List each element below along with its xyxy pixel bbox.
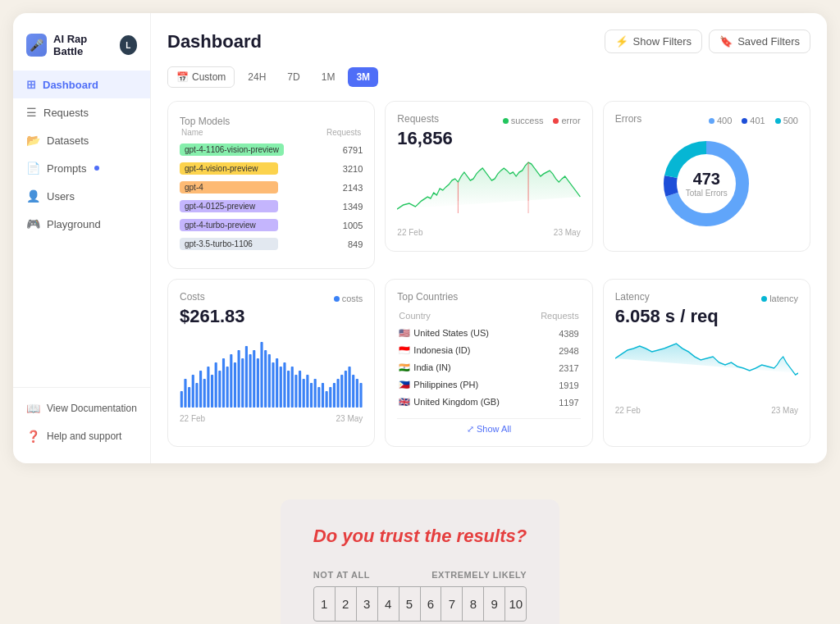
svg-rect-34 bbox=[291, 367, 294, 408]
svg-rect-32 bbox=[283, 362, 285, 408]
latency-chart bbox=[615, 334, 798, 399]
svg-rect-29 bbox=[272, 362, 274, 408]
trust-scale-number[interactable]: 1 bbox=[314, 587, 336, 621]
latency-legend: latency bbox=[761, 294, 798, 303]
requests-card: Requests success error 16,856 bbox=[385, 101, 592, 252]
svg-rect-42 bbox=[322, 383, 324, 408]
sidebar-item-docs[interactable]: 📖 View Documentation bbox=[13, 394, 150, 422]
country-row: 🇮🇳India (IN) 2317 bbox=[399, 360, 578, 376]
svg-rect-9 bbox=[195, 383, 198, 408]
latency-card-title: Latency bbox=[615, 291, 650, 303]
sidebar-item-playground[interactable]: 🎮 Playground bbox=[13, 210, 150, 238]
trust-scale-number[interactable]: 2 bbox=[336, 587, 357, 621]
costs-chart bbox=[180, 334, 363, 408]
trust-scale-number[interactable]: 7 bbox=[441, 587, 463, 621]
model-row: gpt-4-turbo-preview 1005 bbox=[180, 219, 363, 231]
svg-rect-12 bbox=[207, 367, 209, 408]
show-filters-label: Show Filters bbox=[633, 35, 692, 48]
time-filter-1m[interactable]: 1M bbox=[313, 67, 344, 87]
sidebar-item-users[interactable]: 👤 Users bbox=[13, 182, 150, 210]
prompts-icon: 📄 bbox=[26, 162, 40, 175]
latency-legend-item: latency bbox=[761, 294, 798, 303]
page-title: Dashboard bbox=[167, 31, 262, 52]
calendar-icon: 📅 bbox=[176, 71, 189, 83]
svg-rect-21 bbox=[241, 358, 244, 408]
show-all-button[interactable]: ⤢ Show All bbox=[397, 418, 580, 435]
svg-rect-14 bbox=[215, 362, 217, 408]
sidebar-item-help[interactable]: ❓ Help and support bbox=[13, 422, 150, 450]
svg-rect-7 bbox=[188, 387, 190, 408]
country-row: 🇵🇭Philippines (PH) 1919 bbox=[399, 377, 578, 393]
svg-rect-35 bbox=[294, 375, 297, 408]
time-filter-24h[interactable]: 24H bbox=[240, 67, 274, 87]
svg-rect-8 bbox=[192, 375, 194, 408]
latency-dates: 22 Feb 23 May bbox=[615, 406, 798, 415]
trust-scale-number[interactable]: 5 bbox=[399, 587, 421, 621]
model-row: gpt-4-1106-vision-preview 6791 bbox=[180, 143, 363, 156]
col-country: Country bbox=[399, 311, 528, 324]
svg-rect-24 bbox=[253, 350, 255, 408]
sidebar-item-dashboard[interactable]: ⊞ Dashboard bbox=[13, 71, 150, 98]
requests-legend: success error bbox=[503, 116, 581, 125]
help-icon: ❓ bbox=[26, 430, 40, 443]
trust-scale-number[interactable]: 4 bbox=[378, 587, 399, 621]
user-avatar[interactable]: L bbox=[120, 35, 137, 55]
trust-scale-number[interactable]: 8 bbox=[463, 587, 484, 621]
country-row: 🇮🇩Indonesia (ID) 2948 bbox=[399, 343, 578, 358]
svg-rect-49 bbox=[348, 367, 350, 408]
svg-rect-47 bbox=[340, 375, 343, 408]
costs-dates: 22 Feb 23 May bbox=[180, 414, 363, 423]
svg-rect-18 bbox=[230, 354, 232, 408]
time-filter-7d[interactable]: 7D bbox=[279, 67, 308, 87]
sidebar-item-requests[interactable]: ☰ Requests bbox=[13, 98, 150, 126]
trust-question: Do you trust the results? bbox=[313, 526, 527, 547]
trust-labels: NOT AT ALL EXTREMELY LIKELY bbox=[313, 570, 527, 580]
top-models-card: Top Models Name Requests gpt-4-1106-visi… bbox=[167, 101, 375, 269]
requests-card-title: Requests bbox=[397, 113, 439, 125]
svg-rect-30 bbox=[276, 358, 278, 408]
bottom-row: Costs costs $261.83 22 Feb 23 May Top Co… bbox=[167, 279, 810, 447]
costs-legend: costs bbox=[334, 294, 363, 303]
model-row: gpt-3.5-turbo-1106 849 bbox=[180, 238, 363, 250]
trust-label-low: NOT AT ALL bbox=[313, 570, 370, 580]
svg-rect-43 bbox=[326, 391, 328, 408]
svg-rect-16 bbox=[222, 358, 225, 408]
sidebar-label-docs: View Documentation bbox=[47, 403, 137, 414]
sidebar-label-playground: Playground bbox=[47, 218, 101, 230]
filter-icon: ⚡ bbox=[615, 35, 628, 48]
svg-rect-19 bbox=[234, 362, 236, 408]
trust-scale-number[interactable]: 9 bbox=[484, 587, 505, 621]
saved-filters-button[interactable]: 🔖 Saved Filters bbox=[709, 30, 810, 53]
show-filters-button[interactable]: ⚡ Show Filters bbox=[605, 30, 703, 53]
svg-rect-51 bbox=[356, 379, 358, 408]
costs-legend-item: costs bbox=[334, 294, 363, 303]
logo-icon: 🎤 bbox=[26, 34, 47, 57]
svg-rect-48 bbox=[345, 371, 347, 408]
models-list: gpt-4-1106-vision-preview 6791 gpt-4-vis… bbox=[180, 143, 363, 250]
model-row: gpt-4-vision-preview 3210 bbox=[180, 162, 363, 175]
svg-rect-44 bbox=[329, 387, 331, 408]
col-requests: Requests bbox=[530, 311, 579, 324]
svg-rect-38 bbox=[306, 375, 308, 408]
country-row: 🇬🇧United Kingdom (GB) 1197 bbox=[399, 394, 578, 410]
time-filter-3m[interactable]: 3M bbox=[348, 67, 378, 87]
trust-scale-number[interactable]: 10 bbox=[505, 587, 526, 621]
svg-rect-15 bbox=[218, 371, 221, 408]
country-row: 🇺🇸United States (US) 4389 bbox=[399, 326, 578, 341]
sidebar-label-dashboard: Dashboard bbox=[43, 79, 98, 91]
svg-rect-22 bbox=[245, 346, 248, 408]
sidebar-label-prompts: Prompts bbox=[47, 162, 86, 175]
countries-table: Country Requests 🇺🇸United States (US) 43… bbox=[397, 309, 580, 412]
sidebar-item-datasets[interactable]: 📂 Datasets bbox=[13, 126, 150, 154]
total-errors-label: Total Errors bbox=[686, 189, 728, 198]
sidebar-item-prompts[interactable]: 📄 Prompts bbox=[13, 154, 150, 182]
trust-scale-number[interactable]: 3 bbox=[357, 587, 378, 621]
requests-value: 16,856 bbox=[397, 128, 580, 149]
top-row: Requests success error 16,856 bbox=[167, 101, 810, 269]
trust-label-high: EXTREMELY LIKELY bbox=[431, 570, 527, 580]
countries-card-title: Top Countries bbox=[397, 291, 580, 303]
svg-rect-20 bbox=[238, 350, 240, 408]
trust-scale-number[interactable]: 6 bbox=[421, 587, 442, 621]
sidebar-bottom: 📖 View Documentation ❓ Help and support bbox=[13, 387, 150, 450]
time-filter-custom[interactable]: 📅 Custom bbox=[167, 66, 235, 88]
